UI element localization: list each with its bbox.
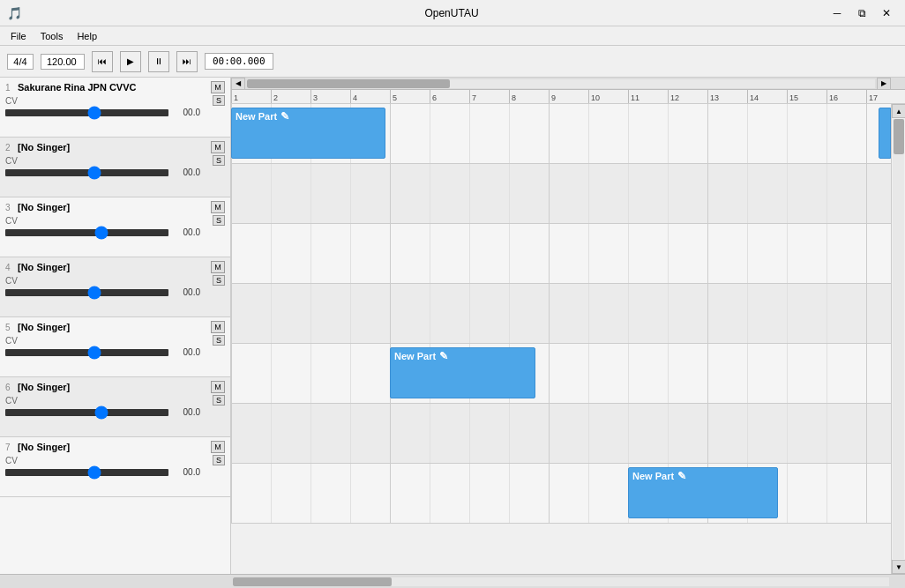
v-scroll-thumb[interactable]: [894, 119, 904, 154]
menu-tools[interactable]: Tools: [34, 29, 71, 43]
ruler-mark-3: 3: [310, 90, 350, 103]
ruler-mark-12: 12: [668, 90, 707, 103]
menu-file[interactable]: File: [4, 29, 34, 43]
ruler-mark-10: 10: [588, 90, 628, 103]
track-type-2: CV: [5, 156, 18, 166]
track-name-6: [No Singer]: [18, 382, 209, 392]
part-block-2[interactable]: New Part ✎: [390, 347, 535, 398]
track-lane-4[interactable]: [231, 284, 891, 344]
solo-button-1[interactable]: S: [213, 95, 225, 106]
scroll-up-button[interactable]: ▲: [892, 104, 905, 118]
close-button[interactable]: ✕: [875, 4, 898, 22]
volume-slider-7[interactable]: [5, 469, 168, 476]
timecode-display: 00:00.000: [205, 53, 273, 70]
play-button[interactable]: ▶: [120, 51, 141, 72]
ruler-mark-14: 14: [747, 90, 787, 103]
solo-button-7[interactable]: S: [213, 455, 225, 465]
v-scroll-track: [893, 119, 904, 559]
bottom-scroll-thumb[interactable]: [233, 577, 392, 586]
mute-button-2[interactable]: M: [211, 141, 225, 153]
ruler-mark-7: 7: [469, 90, 509, 103]
ruler-mark-15: 15: [787, 90, 826, 103]
track-lane-2[interactable]: [231, 164, 891, 224]
volume-value-2: 00.0: [172, 167, 200, 177]
h-scrollbar: ◀ ▶: [231, 78, 905, 90]
ruler-mark-1: 1: [231, 90, 271, 103]
scroll-left-button[interactable]: ◀: [231, 78, 245, 90]
track-area[interactable]: ◀ ▶ 1234567891011121314151617 New Part ✎…: [231, 78, 905, 574]
volume-slider-1[interactable]: [5, 109, 168, 116]
track-header-7: 7[No Singer]MCVS00.0: [0, 437, 230, 497]
track-num-4: 4: [5, 263, 14, 272]
titlebar: 🎵 OpenUTAU ─ ⧉ ✕: [0, 0, 905, 26]
corner-spacer: [891, 78, 905, 90]
track-type-1: CV: [5, 96, 18, 106]
h-scroll-thumb[interactable]: [247, 79, 450, 88]
volume-slider-3[interactable]: [5, 229, 168, 236]
minimize-button[interactable]: ─: [826, 4, 849, 22]
track-header-3: 3[No Singer]MCVS00.0: [0, 197, 230, 257]
track-name-1: Sakurane Rina JPN CVVC: [18, 82, 209, 93]
skip-back-button[interactable]: ⏮: [92, 51, 113, 72]
track-type-7: CV: [5, 456, 18, 465]
mute-button-5[interactable]: M: [211, 321, 225, 333]
track-lane-7[interactable]: New Part ✎: [231, 464, 891, 524]
track-num-3: 3: [5, 203, 14, 212]
volume-slider-5[interactable]: [5, 349, 168, 356]
mute-button-7[interactable]: M: [211, 441, 225, 453]
pause-button[interactable]: ⏸: [148, 51, 169, 72]
volume-slider-2[interactable]: [5, 169, 168, 176]
solo-button-5[interactable]: S: [213, 335, 225, 346]
ruler-mark-5: 5: [390, 90, 430, 103]
v-scrollbar: ▲ ▼: [891, 104, 905, 574]
part-block-1[interactable]: New Part ✎: [231, 108, 385, 159]
app-title: OpenUTAU: [78, 7, 826, 19]
track-lane-1[interactable]: New Part ✎: [231, 104, 891, 164]
h-scroll-track: [247, 79, 875, 88]
mute-button-6[interactable]: M: [211, 381, 225, 393]
track-name-2: [No Singer]: [18, 142, 209, 153]
ruler-mark-13: 13: [707, 90, 747, 103]
track-lane-3[interactable]: [231, 224, 891, 284]
part-block-right-edge[interactable]: [879, 108, 891, 159]
volume-value-6: 00.0: [172, 407, 200, 417]
menu-help[interactable]: Help: [70, 29, 104, 43]
track-header-4: 4[No Singer]MCVS00.0: [0, 257, 230, 317]
track-type-6: CV: [5, 396, 18, 406]
track-name-3: [No Singer]: [18, 202, 209, 212]
volume-slider-4[interactable]: [5, 289, 168, 296]
tracks-canvas[interactable]: New Part ✎New Part ✎New Part ✎: [231, 104, 891, 574]
track-lane-6[interactable]: [231, 404, 891, 464]
volume-value-4: 00.0: [172, 287, 200, 297]
part-block-3[interactable]: New Part ✎: [628, 467, 778, 518]
track-lane-5[interactable]: New Part ✎: [231, 344, 891, 404]
ruler-mark-6: 6: [430, 90, 469, 103]
content-area: 1Sakurane Rina JPN CVVCMCVS00.02[No Sing…: [0, 78, 905, 574]
track-num-6: 6: [5, 383, 14, 392]
restore-button[interactable]: ⧉: [850, 4, 873, 22]
solo-button-6[interactable]: S: [213, 395, 225, 406]
track-name-5: [No Singer]: [18, 322, 209, 332]
volume-slider-6[interactable]: [5, 409, 168, 416]
tempo-display[interactable]: 120.00: [41, 54, 85, 70]
window-icon: 🎵: [7, 6, 22, 20]
track-name-4: [No Singer]: [18, 262, 209, 272]
scroll-right-button[interactable]: ▶: [877, 78, 891, 90]
solo-button-2[interactable]: S: [213, 155, 225, 166]
mute-button-1[interactable]: M: [211, 81, 225, 93]
title-spacer: 🎵: [7, 6, 78, 20]
solo-button-4[interactable]: S: [213, 275, 225, 286]
skip-forward-button[interactable]: ⏭: [176, 51, 198, 72]
volume-value-5: 00.0: [172, 347, 200, 357]
solo-button-3[interactable]: S: [213, 215, 225, 226]
mute-button-4[interactable]: M: [211, 261, 225, 273]
ruler-mark-4: 4: [350, 90, 390, 103]
timeline-ruler: 1234567891011121314151617: [231, 90, 905, 104]
scroll-down-button[interactable]: ▼: [892, 560, 905, 574]
mute-button-3[interactable]: M: [211, 201, 225, 213]
time-signature[interactable]: 4/4: [7, 54, 34, 70]
track-num-2: 2: [5, 143, 14, 153]
part-label-3: New Part ✎: [632, 470, 774, 482]
ruler-mark-17: 17: [866, 90, 905, 103]
main-area: 1Sakurane Rina JPN CVVCMCVS00.02[No Sing…: [0, 78, 905, 588]
